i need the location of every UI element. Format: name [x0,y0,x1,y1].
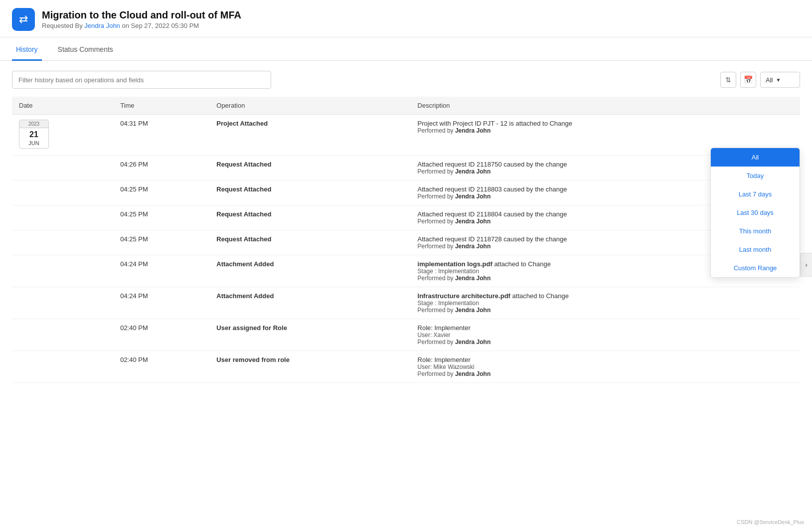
table-row: 04:25 PMRequest AttachedAttached request… [12,180,800,205]
date-range-dropdown: All Today Last 7 days Last 30 days This … [710,148,800,278]
cell-time: 04:25 PM [113,205,209,230]
operation-label: Request Attached [216,185,271,193]
dropdown-item-today[interactable]: Today [711,167,800,185]
dropdown-item-customrange[interactable]: Custom Range [711,259,800,277]
cell-operation: Request Attached [209,180,410,205]
desc-bold: implementation logs.pdf [418,260,492,268]
desc-main: Role: Implementer [418,324,793,332]
date-badge: 2023 21 JUN [19,120,49,149]
right-panel-toggle[interactable]: › [800,253,812,277]
cell-description: Infrastructure architecture.pdf attached… [411,287,800,319]
chevron-down-icon: ▼ [776,77,781,83]
col-operation: Operation [209,97,410,115]
requested-by-label: Requested By [42,22,83,29]
cell-time: 04:24 PM [113,287,209,319]
desc-main: Infrastructure architecture.pdf attached… [418,292,793,300]
tabs-bar: History Status Comments [0,39,812,61]
cell-description: Role: ImplementerUser: Mike WazowskiPerf… [411,351,800,383]
performer-name: Jendra John [455,339,490,346]
desc-sub: User: Mike Wazowski [418,363,793,370]
performer-name: Jendra John [455,127,490,134]
dropdown-item-last7days[interactable]: Last 7 days [711,185,800,203]
cell-time: 04:25 PM [113,230,209,255]
filter-input[interactable] [12,71,271,89]
sort-icon: ⇅ [725,76,731,84]
operation-label: Request Attached [216,210,271,218]
desc-suffix: attached to Change [492,260,551,268]
cell-operation: Request Attached [209,156,410,180]
table-row: 2023 21 JUN 04:31 PMProject AttachedProj… [12,115,800,156]
range-select-display[interactable]: All ▼ [760,72,800,88]
header-text: Migration to the Cloud and roll-out of M… [42,9,241,29]
desc-performer: Performed by Jendra John [418,339,793,346]
cell-operation: Request Attached [209,230,410,255]
table-row: 04:25 PMRequest AttachedAttached request… [12,205,800,230]
table-row: 04:25 PMRequest AttachedAttached request… [12,230,800,255]
cell-date [12,287,113,319]
cell-operation: Request Attached [209,205,410,230]
desc-main: Role: Implementer [418,356,793,363]
desc-performer: Performed by Jendra John [418,370,793,377]
date-day: 21 [19,128,48,140]
cell-operation: Attachment Added [209,287,410,319]
desc-suffix: attached to Change [510,292,569,300]
page-title: Migration to the Cloud and roll-out of M… [42,9,241,21]
cell-operation: User removed from role [209,351,410,383]
cell-time: 04:24 PM [113,255,209,287]
date-month: JUN [19,140,48,148]
cell-date: 2023 21 JUN [12,115,113,156]
dropdown-item-lastmonth[interactable]: Last month [711,240,800,259]
col-date: Date [12,97,113,115]
operation-label: User assigned for Role [216,324,287,332]
table-row: 02:40 PMUser removed from roleRole: Impl… [12,351,800,383]
table-row: 04:24 PMAttachment AddedInfrastructure a… [12,287,800,319]
desc-sub: Stage : Implementation [418,300,793,307]
range-value: All [766,76,773,84]
operation-label: Attachment Added [216,260,274,268]
cell-date [12,255,113,287]
cell-operation: Attachment Added [209,255,410,287]
performer-name: Jendra John [455,218,490,225]
dropdown-item-thismonth[interactable]: This month [711,222,800,240]
desc-performer: Performed by Jendra John [418,307,793,314]
desc-main: Project with Project ID PJT - 12 is atta… [418,120,793,127]
table-row: 04:24 PMAttachment Addedimplementation l… [12,255,800,287]
performer-name: Jendra John [455,275,490,282]
sort-icon-button[interactable]: ⇅ [720,72,736,88]
header-meta: Requested By Jendra John on Sep 27, 2022… [42,22,241,29]
performer-name: Jendra John [455,370,490,377]
cell-date [12,319,113,351]
cell-time: 02:40 PM [113,351,209,383]
dropdown-item-last30days[interactable]: Last 30 days [711,203,800,222]
cell-time: 02:40 PM [113,319,209,351]
desc-performer: Performed by Jendra John [418,127,793,134]
performer-name: Jendra John [455,193,490,200]
app-header: ⇄ Migration to the Cloud and roll-out of… [0,0,812,37]
content-area: ⇅ 📅 All ▼ Date Time Operation Descriptio… [0,61,812,393]
operation-label: Project Attached [216,120,268,127]
tab-status-comments[interactable]: Status Comments [54,39,117,61]
col-description: Description [411,97,800,115]
dropdown-item-all[interactable]: All [711,148,800,167]
table-header-row: Date Time Operation Description [12,97,800,115]
requested-on-date: on Sep 27, 2022 05:30 PM [122,22,199,29]
desc-bold: Infrastructure architecture.pdf [418,292,510,300]
app-logo-icon: ⇄ [19,13,28,26]
table-row: 04:26 PMRequest AttachedAttached request… [12,156,800,180]
desc-sub: User: Xavier [418,332,793,339]
operation-label: Request Attached [216,235,271,243]
operation-label: Request Attached [216,161,271,168]
tab-history[interactable]: History [12,39,42,61]
requester-name[interactable]: Jendra John [84,22,120,29]
performer-name: Jendra John [455,168,490,175]
calendar-icon-button[interactable]: 📅 [740,72,756,88]
operation-label: Attachment Added [216,292,274,300]
date-year: 2023 [19,120,48,128]
app-logo: ⇄ [12,8,35,31]
cell-date [12,230,113,255]
history-table: Date Time Operation Description 2023 21 … [12,97,800,383]
col-time: Time [113,97,209,115]
toolbar-right: ⇅ 📅 All ▼ [720,72,800,88]
cell-date [12,180,113,205]
operation-label: User removed from role [216,356,290,363]
